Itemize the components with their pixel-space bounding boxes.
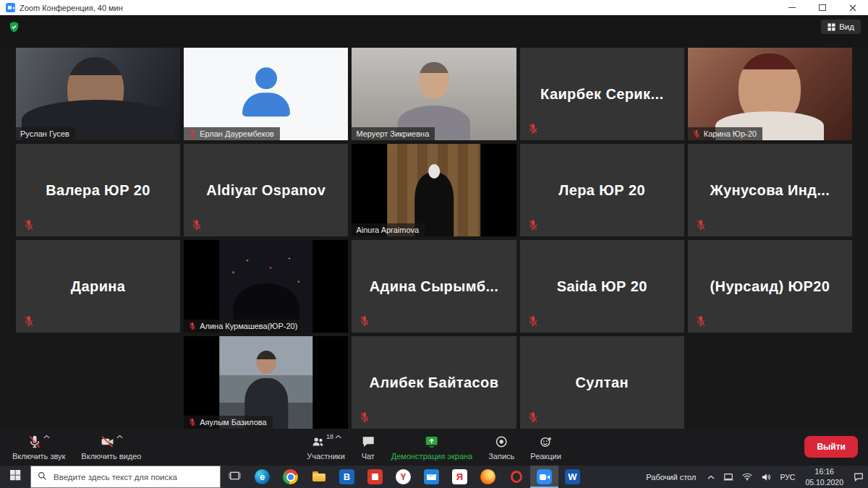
participant-tile[interactable]: Дарина bbox=[16, 240, 180, 333]
participant-tile[interactable]: Меруерт Зикриевна bbox=[352, 48, 516, 140]
camera-off-icon bbox=[100, 435, 115, 449]
participant-tile[interactable]: Жунусова Инд... bbox=[688, 144, 852, 236]
participant-name: Каирбек Серик... bbox=[520, 48, 684, 140]
participant-name: Валера ЮР 20 bbox=[16, 144, 180, 236]
window-titlebar: Zoom Конференция, 40 мин bbox=[0, 0, 868, 15]
taskbar-app-chrome[interactable] bbox=[276, 466, 305, 488]
taskbar-app-mail[interactable] bbox=[417, 466, 446, 488]
participants-icon bbox=[310, 435, 326, 449]
record-button[interactable]: Запись bbox=[480, 429, 522, 466]
participant-name: Руслан Гусев bbox=[20, 129, 69, 138]
language-indicator[interactable]: РУС bbox=[775, 466, 799, 488]
video-feed bbox=[16, 48, 180, 140]
participant-name-label: Карина Юр-20 bbox=[688, 127, 762, 140]
taskbar-app-yandex-browser[interactable]: Y bbox=[389, 466, 417, 488]
taskbar-app-zoom[interactable] bbox=[530, 466, 558, 488]
maximize-button[interactable] bbox=[807, 0, 838, 15]
muted-mic-icon bbox=[188, 322, 197, 330]
action-center-icon[interactable] bbox=[849, 466, 868, 488]
monitor-tray-icon[interactable] bbox=[719, 466, 738, 488]
video-feed bbox=[219, 336, 313, 429]
participant-name: Aldiyar Ospanov bbox=[184, 144, 348, 236]
participant-tile[interactable]: Алибек Байтасов bbox=[352, 336, 516, 429]
participant-tile[interactable]: Руслан Гусев bbox=[16, 48, 180, 140]
participant-name: Адина Сырымб... bbox=[352, 240, 516, 333]
desktop-toolbar[interactable]: Рабочий стол bbox=[642, 466, 703, 488]
chat-button[interactable]: Чат bbox=[353, 429, 383, 466]
search-input[interactable] bbox=[52, 472, 213, 482]
participant-name-label: Меруерт Зикриевна bbox=[352, 127, 435, 140]
taskbar-search[interactable] bbox=[30, 466, 221, 488]
start-video-button[interactable]: Включить видео bbox=[73, 429, 149, 466]
windows-logo-icon bbox=[10, 470, 21, 484]
participant-tile[interactable]: Каирбек Серик... bbox=[520, 48, 684, 140]
taskbar-app-word[interactable]: W bbox=[558, 466, 587, 488]
participant-tile[interactable]: Лера ЮР 20 bbox=[520, 144, 684, 236]
participant-tile[interactable]: Ainura Apraimova bbox=[352, 144, 516, 236]
muted-mic-icon bbox=[527, 123, 539, 134]
participant-name-label: Ainura Apraimova bbox=[352, 223, 425, 236]
window-title: Zoom Конференция, 40 мин bbox=[20, 4, 123, 12]
taskbar-clock[interactable]: 16:16 05.10.2020 bbox=[799, 466, 849, 488]
muted-mic-icon bbox=[23, 315, 35, 327]
unmute-audio-button[interactable]: Включить звук bbox=[4, 429, 73, 466]
windows-taskbar: e B Y Я W Рабочий стол РУС 16:16 05.10.2… bbox=[0, 466, 868, 488]
meeting-top-bar: Вид bbox=[0, 15, 868, 48]
taskbar-app-red[interactable] bbox=[361, 466, 389, 488]
network-tray-icon[interactable] bbox=[738, 466, 757, 488]
participant-name: Жунусова Инд... bbox=[688, 144, 852, 236]
participant-tile[interactable]: Адина Сырымб... bbox=[352, 240, 516, 333]
participants-count-badge: 18 bbox=[326, 433, 333, 440]
chat-icon bbox=[361, 435, 375, 449]
participant-tile[interactable]: Ерлан Даурембеков bbox=[184, 48, 348, 140]
task-view-button[interactable] bbox=[221, 466, 248, 488]
participant-name: Алибек Байтасов bbox=[352, 336, 516, 429]
taskbar-app-yandex[interactable]: Я bbox=[446, 466, 474, 488]
participant-tile[interactable]: Султан bbox=[520, 336, 684, 429]
audio-options-chevron-icon[interactable] bbox=[43, 435, 50, 439]
video-feed bbox=[219, 240, 313, 333]
participant-tile[interactable]: Saida ЮР 20 bbox=[520, 240, 684, 333]
system-tray: Рабочий стол РУС 16:16 05.10.2020 bbox=[642, 466, 868, 488]
participant-name: Султан bbox=[520, 336, 684, 429]
taskbar-app-b[interactable]: B bbox=[333, 466, 361, 488]
participant-name: Ерлан Даурембеков bbox=[200, 129, 273, 138]
volume-tray-icon[interactable] bbox=[757, 466, 775, 488]
share-screen-icon bbox=[424, 435, 439, 449]
search-icon bbox=[38, 471, 47, 484]
participant-name: Дарина bbox=[16, 240, 180, 333]
view-button[interactable]: Вид bbox=[821, 20, 861, 34]
participant-name: Меруерт Зикриевна bbox=[356, 129, 429, 138]
taskbar-app-edge[interactable]: e bbox=[248, 466, 276, 488]
participant-tile[interactable]: Валера ЮР 20 bbox=[16, 144, 180, 236]
participant-tile[interactable]: Карина Юр-20 bbox=[688, 48, 852, 140]
folder-icon bbox=[311, 469, 326, 484]
meeting-security-shield-icon[interactable] bbox=[9, 21, 20, 36]
meeting-toolbar: Включить звук Включить видео 18 Участник… bbox=[0, 429, 868, 466]
share-screen-label: Демонстрация экрана bbox=[391, 452, 472, 461]
minimize-button[interactable] bbox=[777, 0, 807, 15]
participant-tile[interactable]: Aldiyar Ospanov bbox=[184, 144, 348, 236]
leave-meeting-button[interactable]: Выйти bbox=[804, 436, 858, 458]
participant-name: Аяулым Базилова bbox=[200, 418, 266, 427]
participant-tile[interactable]: Алина Курмашева(ЮР-20) bbox=[184, 240, 348, 333]
participant-name-label: Ерлан Даурембеков bbox=[184, 127, 279, 140]
reactions-button[interactable]: Реакции bbox=[522, 429, 569, 466]
participants-label: Участники bbox=[307, 452, 345, 461]
share-screen-button[interactable]: Демонстрация экрана bbox=[383, 429, 480, 466]
reactions-label: Реакции bbox=[530, 452, 561, 461]
default-avatar-icon bbox=[240, 67, 292, 116]
participant-tile[interactable]: (Нурсаид) ЮР20 bbox=[688, 240, 852, 333]
taskbar-app-firefox[interactable] bbox=[474, 466, 502, 488]
video-feed bbox=[387, 144, 481, 236]
start-button[interactable] bbox=[0, 466, 30, 488]
participants-chevron-icon[interactable] bbox=[335, 435, 341, 439]
close-button[interactable] bbox=[838, 0, 868, 15]
taskbar-app-opera[interactable] bbox=[502, 466, 530, 488]
show-hidden-icons-chevron[interactable] bbox=[703, 466, 719, 488]
muted-mic-icon bbox=[527, 411, 539, 423]
participant-tile[interactable]: Аяулым Базилова bbox=[184, 336, 348, 429]
video-options-chevron-icon[interactable] bbox=[116, 435, 123, 439]
taskbar-app-file-explorer[interactable] bbox=[305, 466, 333, 488]
participants-button[interactable]: 18 Участники bbox=[299, 429, 353, 466]
